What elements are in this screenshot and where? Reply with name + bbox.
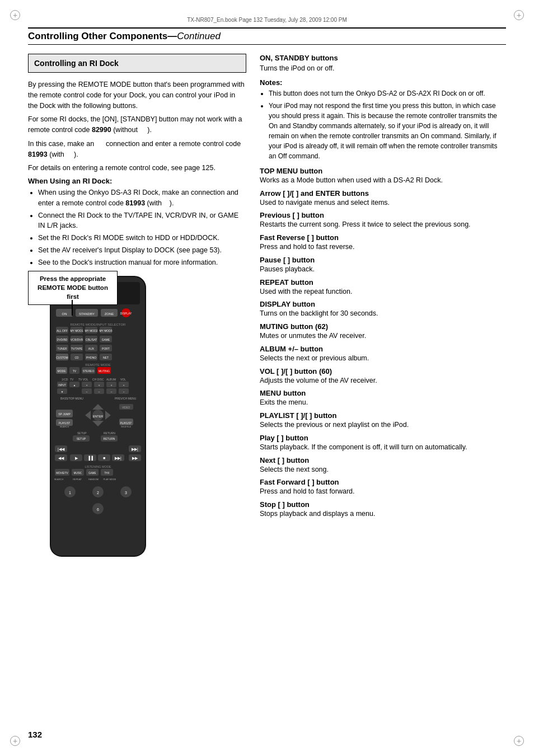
- button-entry-name: TOP MENU button: [260, 167, 506, 175]
- corner-mark-tl: [10, 10, 20, 20]
- svg-text:VCR/DVR: VCR/DVR: [71, 338, 83, 341]
- note1-text: For some RI docks, the [ON], [STANDBY] b…: [28, 114, 246, 135]
- button-entry: Fast Forward [ ] buttonPress and hold to…: [260, 478, 506, 497]
- svg-text:INPUT: INPUT: [58, 384, 66, 387]
- left-column: Controlling an RI Dock By pressing the R…: [28, 54, 246, 564]
- callout-line: [72, 300, 73, 316]
- on-standby-title: ON, STANDBY buttons: [260, 54, 506, 62]
- button-entry-desc: Used to navigate menus and select items.: [260, 198, 506, 208]
- button-entry-name: Pause [ ] button: [260, 256, 506, 264]
- svg-text:SP JUMP: SP JUMP: [58, 412, 71, 416]
- bullet-list: When using the Onkyo DS-A3 RI Dock, make…: [38, 187, 246, 267]
- bullet-item: See to the Dock's instruction manual for…: [38, 257, 246, 268]
- section-box: Controlling an RI Dock: [28, 54, 246, 73]
- button-entry: REPEAT buttonUsed with the repeat functi…: [260, 278, 506, 297]
- svg-text:|◀◀: |◀◀: [58, 447, 65, 452]
- section-box-title: Controlling an RI Dock: [34, 59, 119, 68]
- button-entry-name: Fast Reverse [ ] button: [260, 233, 506, 242]
- svg-text:PREV/CH MENU: PREV/CH MENU: [115, 397, 137, 400]
- svg-text:VIDEO: VIDEO: [122, 406, 130, 409]
- svg-text:VOL: VOL: [120, 378, 126, 381]
- svg-text:AUX: AUX: [88, 347, 95, 350]
- button-entry-desc: Stops playback and displays a menu.: [260, 509, 506, 519]
- svg-text:ENTER: ENTER: [93, 415, 104, 418]
- svg-text:TUNER: TUNER: [57, 347, 67, 350]
- svg-text:STANDBY: STANDBY: [79, 312, 95, 316]
- notes-section: Notes: This button does not turn the Onk…: [260, 78, 506, 161]
- svg-text:CD: CD: [74, 356, 79, 359]
- svg-text:▼: ▼: [61, 391, 63, 393]
- svg-text:TV/TAPE: TV/TAPE: [71, 347, 83, 350]
- button-entry-desc: Starts playback. If the component is off…: [260, 442, 506, 453]
- button-entry: Play [ ] buttonStarts playback. If the c…: [260, 434, 506, 453]
- button-entry-desc: Used with the repeat function.: [260, 287, 506, 297]
- callout-box: Press the appropriateREMOTE MODE button …: [28, 271, 118, 304]
- svg-text:ON: ON: [62, 312, 67, 316]
- button-entry-name: Next [ ] button: [260, 456, 506, 464]
- svg-text:DVD/BD: DVD/BD: [57, 338, 68, 341]
- button-entries: TOP MENU buttonWorks as a Mode button wh…: [260, 167, 506, 519]
- header-title-text: Controlling Other Components: [28, 31, 167, 41]
- note-item: Your iPod may not respond the first time…: [269, 101, 506, 161]
- button-entry-desc: Mutes or unmutes the AV receiver.: [260, 331, 506, 341]
- button-entry: Next [ ] buttonSelects the next song.: [260, 456, 506, 475]
- button-entry-name: MENU button: [260, 389, 506, 397]
- svg-text:▶▶|: ▶▶|: [132, 447, 138, 452]
- button-entry-name: VOL [ ]/[ ] button (60): [260, 367, 506, 375]
- svg-text:RANDOM: RANDOM: [88, 478, 99, 481]
- page-note: TX-NR807_En.book Page 132 Tuesday, July …: [28, 17, 506, 23]
- svg-text:■: ■: [103, 456, 105, 460]
- bullet-item: Connect the RI Dock to the TV/TAPE IN, V…: [38, 210, 246, 232]
- svg-text:▶▶|: ▶▶|: [115, 456, 121, 461]
- svg-text:◀◀: ◀◀: [58, 456, 64, 460]
- svg-text:NET: NET: [103, 356, 109, 359]
- page-number: 132: [28, 730, 42, 739]
- svg-text:GAME: GAME: [88, 472, 96, 475]
- button-entry: Stop [ ] buttonStops playback and displa…: [260, 500, 506, 519]
- note3-text: For details on entering a remote control…: [28, 163, 246, 173]
- page: TX-NR807_En.book Page 132 Tuesday, July …: [0, 0, 534, 756]
- button-entry-name: ALBUM +/– button: [260, 345, 506, 353]
- notes-list: This button does not turn the Onkyo DS-A…: [269, 88, 506, 161]
- remote-wrapper: Press the appropriateREMOTE MODE button …: [28, 271, 157, 564]
- svg-text:PLAY MODE: PLAY MODE: [104, 478, 116, 481]
- svg-text:PORT: PORT: [102, 347, 110, 350]
- header-bar: Controlling Other Components—Continued: [28, 27, 506, 45]
- on-standby-desc: Turns the iPod on or off.: [260, 63, 506, 74]
- svg-text:MUSIC: MUSIC: [74, 472, 82, 475]
- corner-mark-bl: [10, 736, 20, 746]
- button-entry: Fast Reverse [ ] buttonPress and hold to…: [260, 233, 506, 252]
- button-entry: DISPLAY buttonTurns on the backlight for…: [260, 300, 506, 319]
- svg-text:CBL/SAT: CBL/SAT: [86, 338, 97, 341]
- note2-text: In this case, make an connection and ent…: [28, 139, 246, 160]
- note-item: This button does not turn the Onkyo DS-A…: [269, 88, 506, 98]
- button-entry-name: Previous [ ] button: [260, 211, 506, 219]
- button-entry-desc: Exits the menu.: [260, 397, 506, 408]
- notes-title: Notes:: [260, 78, 506, 87]
- bullet-item: Set the RI Dock's RI MODE switch to HDD …: [38, 233, 246, 243]
- svg-text:2: 2: [97, 491, 99, 495]
- button-entry: Pause [ ] buttonPauses playback.: [260, 256, 506, 275]
- svg-text:6: 6: [97, 508, 99, 511]
- button-entry: PLAYLIST [ ]/[ ] buttonSelects the previ…: [260, 411, 506, 430]
- button-entry-desc: Selects the next song.: [260, 464, 506, 475]
- svg-text:MUTING: MUTING: [99, 369, 110, 373]
- svg-text:SHUFFLE: SHUFFLE: [121, 425, 132, 428]
- button-entry: Arrow [ ]/[ ] and ENTER buttonsUsed to n…: [260, 189, 506, 208]
- svg-text:GAME: GAME: [102, 338, 110, 341]
- svg-text:LISTENING MODE: LISTENING MODE: [85, 465, 111, 468]
- svg-text:ZONE: ZONE: [105, 312, 114, 316]
- button-entry: MUTING button (62)Mutes or unmutes the A…: [260, 322, 506, 341]
- button-entry: VOL [ ]/[ ] button (60)Adjusts the volum…: [260, 367, 506, 386]
- svg-text:PLAYLIST: PLAYLIST: [120, 422, 132, 425]
- button-entry-desc: Works as a Mode button when used with a …: [260, 175, 506, 186]
- svg-text:ALL OFF: ALL OFF: [57, 329, 68, 332]
- button-entry: ALBUM +/– buttonSelects the next or prev…: [260, 345, 506, 364]
- svg-text:SETUP: SETUP: [77, 431, 87, 435]
- svg-text:MODE: MODE: [58, 369, 67, 373]
- svg-text:BASS/TOP MENU: BASS/TOP MENU: [60, 397, 83, 400]
- svg-text:MY MOD2: MY MOD2: [85, 329, 97, 332]
- header-dash: —: [167, 31, 177, 41]
- svg-text:SEARCH: SEARCH: [54, 478, 64, 481]
- right-column: ON, STANDBY buttons Turns the iPod on or…: [260, 54, 506, 564]
